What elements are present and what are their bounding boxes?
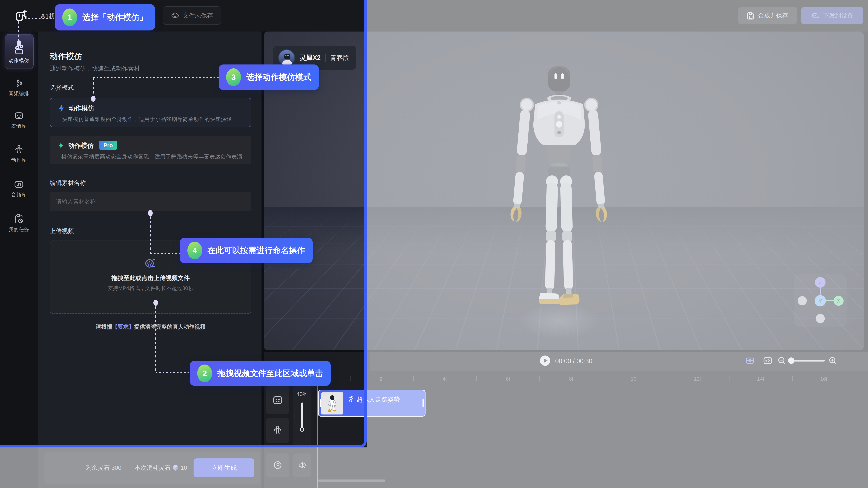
mode-section-label: 选择模式 — [50, 84, 74, 92]
step-number: 4 — [187, 241, 202, 259]
project-title: A1机 — [41, 12, 56, 21]
panel-subtitle: 通过动作模仿，快速生成动作素材 — [50, 64, 140, 73]
sidebar-label: 动作库 — [0, 157, 38, 164]
hint-suffix: 提供清晰完整的真人动作视频 — [134, 324, 206, 330]
connector-step4-dot — [148, 210, 153, 216]
material-name-input[interactable] — [50, 192, 251, 211]
sidebar-label: 动作模仿 — [0, 57, 38, 64]
lightning-icon — [57, 104, 65, 113]
clip-left-handle[interactable] — [320, 399, 321, 407]
unsaved-label: 文件未保存 — [183, 11, 213, 20]
hint-requirement-link[interactable]: 【要求】 — [112, 324, 134, 330]
robot-name: 灵犀X2 — [300, 53, 320, 62]
mode-card-pro[interactable]: 动作模仿 Pro 模仿复杂高精度高动态全身动作复现，适用于舞蹈功夫等丰富表达创作… — [50, 136, 251, 164]
step-text: 选择动作模仿模式 — [246, 72, 311, 83]
step-text: 在此可以按需进行命名操作 — [208, 245, 305, 256]
dim-overlay-right — [367, 0, 868, 488]
track-zoom-column[interactable]: 40% — [293, 386, 311, 446]
connector-step1-v — [19, 21, 19, 41]
sidebar-item-motion-mimic[interactable]: 动作模仿 — [0, 45, 38, 64]
sidebar-item-action-library[interactable]: 动作库 — [0, 144, 38, 164]
robot-edition: 青春版 — [330, 54, 349, 62]
film-reel-icon — [144, 256, 157, 270]
pro-badge: Pro — [99, 141, 117, 150]
step-text: 选择「动作模仿」 — [83, 12, 148, 23]
face-wink-icon — [272, 395, 283, 406]
clip-thumbnail — [321, 392, 343, 414]
sidebar-item-expression-library[interactable]: 表情库 — [0, 110, 38, 130]
sidebar-label: 表情库 — [0, 123, 38, 130]
running-person-icon — [347, 395, 354, 402]
expression-track-button[interactable] — [266, 386, 289, 414]
tour-step-4: 4 在此可以按需进行命名操作 — [180, 238, 313, 263]
upload-section-label: 上传视频 — [50, 227, 74, 235]
connector-step1-h — [28, 18, 54, 19]
mode-desc: 快速模仿普通难度的全身动作，适用于小品戏剧等简单动作的快速演绎 — [62, 116, 232, 123]
connector-step2-v — [155, 307, 156, 373]
action-track-button[interactable] — [266, 418, 289, 443]
robot-face-icon — [13, 110, 24, 121]
sidebar: 动作模仿 音频编排 表情库 动作库 音频库 — [0, 31, 38, 488]
task-list-icon — [13, 213, 24, 224]
connector-step3-h — [93, 77, 219, 78]
connector-step2-dot — [153, 300, 158, 306]
connector-step3-v — [93, 78, 94, 98]
file-unsaved-status[interactable]: 文件未保存 — [163, 6, 221, 25]
sparkles-icon — [13, 78, 24, 88]
cloud-icon — [171, 11, 179, 20]
connector-step1-dot — [17, 40, 21, 47]
panel-title: 动作模仿 — [50, 51, 82, 62]
hint-prefix: 请根据 — [96, 324, 112, 330]
person-icon — [272, 425, 283, 436]
zoom-percent-label: 40% — [293, 391, 311, 398]
step-text: 拖拽视频文件至此区域或单击 — [217, 368, 323, 379]
sidebar-item-audio-arrange[interactable]: 音频编排 — [0, 78, 38, 97]
divider — [325, 54, 326, 62]
upload-hint: 请根据【要求】提供清晰完整的真人动作视频 — [50, 323, 251, 331]
connector-step4-v — [150, 217, 151, 254]
step-number: 2 — [197, 365, 212, 382]
upload-title: 拖拽至此或点击上传视频文件 — [50, 274, 251, 282]
vertical-slider-thumb[interactable] — [300, 427, 304, 432]
step-number: 1 — [62, 8, 77, 26]
sidebar-item-my-tasks[interactable]: 我的任务 — [0, 213, 38, 233]
tour-step-1: 1 选择「动作模仿」 — [55, 4, 155, 30]
mode-card-standard[interactable]: 动作模仿 快速模仿普通难度的全身动作，适用于小品戏剧等简单动作的快速演绎 — [50, 98, 251, 127]
mode-title: 动作模仿 — [69, 104, 94, 113]
connector-step3-dot — [91, 96, 96, 102]
robot-avatar — [278, 50, 295, 66]
material-name-label: 编辑素材名称 — [50, 179, 86, 187]
upload-subtitle: 支持MP4格式，文件时长不超过30秒 — [50, 285, 251, 292]
step-number: 3 — [226, 68, 241, 86]
tour-step-2: 2 拖拽视频文件至此区域或单击 — [190, 361, 331, 386]
music-card-icon — [13, 179, 24, 190]
app-logo-icon — [15, 8, 28, 23]
sparkle-icon — [57, 142, 65, 150]
mode-desc: 模仿复杂高精度高动态全身动作复现，适用于舞蹈功夫等丰富表达创作表演 — [61, 153, 242, 160]
sidebar-label: 音频库 — [0, 192, 38, 198]
mode-title: 动作模仿 — [68, 141, 94, 150]
sidebar-label: 我的任务 — [0, 226, 38, 233]
tour-step-3: 3 选择动作模仿模式 — [219, 64, 319, 90]
connector-step4-h — [150, 253, 181, 254]
connector-step2-h — [156, 372, 190, 373]
vertical-slider-track[interactable] — [301, 402, 303, 429]
person-icon — [13, 144, 24, 155]
sidebar-item-audio-library[interactable]: 音频库 — [0, 179, 38, 198]
dim-overlay-bottom — [0, 448, 367, 488]
sidebar-label: 音频编排 — [0, 90, 38, 97]
